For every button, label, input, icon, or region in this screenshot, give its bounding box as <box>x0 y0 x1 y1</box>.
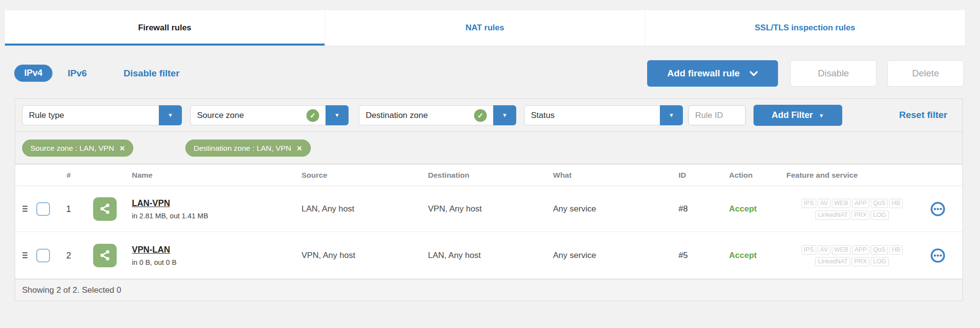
add-filter-button[interactable]: Add Filter ▼ <box>754 105 842 126</box>
rule-type-label: Rule type <box>29 111 64 120</box>
header-destination: Destination <box>428 164 469 186</box>
remove-chip-icon[interactable]: ✕ <box>120 144 126 152</box>
tab-ssl-tls-inspection-rules[interactable]: SSL/TLS inspection rules <box>645 10 965 46</box>
header-name: Name <box>132 164 152 186</box>
destination-zone-field[interactable]: Destination zone ✓ <box>359 105 493 125</box>
firewall-rules-page: Firewall rules NAT rules SSL/TLS inspect… <box>0 0 980 328</box>
rules-tab-bar: Firewall rules NAT rules SSL/TLS inspect… <box>5 10 965 46</box>
ipv4-toggle[interactable]: IPv4 <box>14 65 52 82</box>
rule-type-field[interactable]: Rule type <box>22 105 159 125</box>
rule-destination: VPN, Any host <box>428 204 482 214</box>
filter-applied-check-icon: ✓ <box>474 109 487 122</box>
rule-name-block: VPN-LAN in 0 B, out 0 B <box>132 245 176 266</box>
feature-badge: AV <box>818 199 830 208</box>
add-filter-label: Add Filter <box>772 110 813 120</box>
feature-badge: LOG <box>871 257 888 266</box>
source-zone-filter-chip: Source zone : LAN, VPN ✕ <box>22 140 133 157</box>
delete-button[interactable]: Delete <box>887 60 964 87</box>
feature-badge: PRX <box>852 257 869 266</box>
feature-badge: WEB <box>832 245 851 255</box>
tab-firewall-rules[interactable]: Firewall rules <box>5 10 325 46</box>
tab-nat-rules[interactable]: NAT rules <box>325 10 645 46</box>
feature-badge: WEB <box>832 199 851 208</box>
dropdown-arrow-icon: ▼ <box>669 113 674 118</box>
disable-button[interactable]: Disable <box>790 60 877 87</box>
chip-label: Source zone : LAN, VPN <box>30 144 114 153</box>
feature-badges: IPSAVWEBAPPQoSHB LinkedNATPRXLOG <box>784 197 920 221</box>
feature-badge: HB <box>889 199 903 208</box>
status-label: Status <box>531 111 554 120</box>
feature-badges: IPSAVWEBAPPQoSHB LinkedNATPRXLOG <box>784 244 920 267</box>
drag-handle-icon[interactable] <box>23 205 27 213</box>
filter-panel: Rule type ▼ Source zone ✓ ▼ Destination … <box>15 98 963 164</box>
rule-name-link[interactable]: VPN-LAN <box>132 245 176 255</box>
filter-controls-row: Rule type ▼ Source zone ✓ ▼ Destination … <box>15 99 962 131</box>
table-footer-summary: Showing 2 of 2. Selected 0 <box>15 279 962 301</box>
feature-badge: IPS <box>802 199 816 208</box>
rule-id: #5 <box>678 251 688 260</box>
remove-chip-icon[interactable]: ✕ <box>297 144 302 152</box>
filter-applied-check-icon: ✓ <box>306 109 319 122</box>
ipv6-toggle[interactable]: IPv6 <box>68 65 87 82</box>
feature-badge: LinkedNAT <box>815 257 850 266</box>
table-row: 1 LAN-VPN in 2.81 MB, out 1.41 MB LAN, A… <box>15 186 962 232</box>
row-number: 2 <box>62 250 75 260</box>
table-row: 2 VPN-LAN in 0 B, out 0 B VPN, Any host … <box>15 232 962 279</box>
reset-filter-link[interactable]: Reset filter <box>899 99 947 131</box>
rule-name-block: LAN-VPN in 2.81 MB, out 1.41 MB <box>132 198 208 220</box>
rule-source: LAN, Any host <box>302 204 354 214</box>
row-checkbox[interactable] <box>36 249 50 262</box>
header-source: Source <box>302 164 327 186</box>
row-actions-menu-button[interactable] <box>930 202 945 216</box>
feature-badge: APP <box>852 245 869 255</box>
ellipsis-in-circle-icon <box>930 202 945 216</box>
rule-action-status: Accept <box>729 251 757 260</box>
feature-badge: AV <box>818 245 830 255</box>
add-firewall-rule-label: Add firewall rule <box>667 68 740 79</box>
network-rule-icon <box>93 244 117 267</box>
source-zone-dropdown-button[interactable]: ▼ <box>326 105 349 125</box>
status-field[interactable]: Status <box>524 105 660 125</box>
rule-traffic: in 2.81 MB, out 1.41 MB <box>132 212 208 220</box>
source-zone-field[interactable]: Source zone ✓ <box>190 105 326 125</box>
firewall-rules-table: # Name Source Destination What ID Action… <box>15 164 963 301</box>
header-what: What <box>553 164 572 186</box>
rule-name-link[interactable]: LAN-VPN <box>132 198 208 209</box>
rule-type-dropdown[interactable]: Rule type ▼ <box>22 105 182 125</box>
rule-type-dropdown-button[interactable]: ▼ <box>159 105 182 125</box>
feature-badge: LOG <box>871 211 888 220</box>
rule-traffic: in 0 B, out 0 B <box>132 258 176 266</box>
row-number: 1 <box>62 204 75 214</box>
rule-id: #8 <box>678 204 688 214</box>
table-header-row: # Name Source Destination What ID Action… <box>15 164 962 186</box>
dropdown-arrow-icon: ▼ <box>819 113 824 118</box>
source-zone-dropdown[interactable]: Source zone ✓ ▼ <box>190 105 349 125</box>
disable-filter-link[interactable]: Disable filter <box>124 65 179 82</box>
status-dropdown[interactable]: Status ▼ <box>524 105 683 125</box>
chevron-down-icon <box>750 71 758 76</box>
rule-action-status: Accept <box>729 204 757 214</box>
add-firewall-rule-button[interactable]: Add firewall rule <box>647 60 778 87</box>
rule-id-input[interactable] <box>688 105 746 125</box>
header-number: # <box>62 164 75 186</box>
header-action: Action <box>729 164 753 186</box>
feature-badge: QoS <box>871 245 888 255</box>
chip-label: Destination zone : LAN, VPN <box>194 144 291 153</box>
rule-what: Any service <box>553 204 596 214</box>
row-checkbox[interactable] <box>36 202 50 216</box>
row-actions-menu-button[interactable] <box>930 248 945 263</box>
feature-badge: APP <box>852 199 869 208</box>
network-rule-icon <box>93 197 117 221</box>
header-feature-and-service: Feature and service <box>786 164 858 186</box>
destination-zone-dropdown[interactable]: Destination zone ✓ ▼ <box>359 105 516 125</box>
destination-zone-dropdown-button[interactable]: ▼ <box>493 105 516 125</box>
rule-source: VPN, Any host <box>302 251 355 260</box>
active-filter-chips-row: Source zone : LAN, VPN ✕ Destination zon… <box>15 131 962 164</box>
rule-destination: LAN, Any host <box>428 251 481 260</box>
feature-badge: QoS <box>871 199 888 208</box>
drag-handle-icon[interactable] <box>23 251 27 259</box>
status-dropdown-button[interactable]: ▼ <box>660 105 683 125</box>
feature-badge: LinkedNAT <box>815 211 850 220</box>
rule-what: Any service <box>553 251 596 260</box>
feature-badge: IPS <box>802 245 816 255</box>
